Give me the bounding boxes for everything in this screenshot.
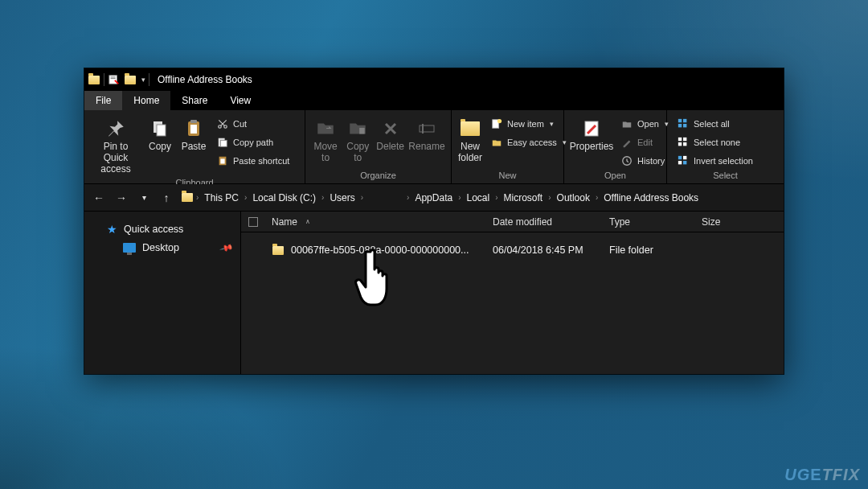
pin-to-quick-access-button[interactable]: Pin to Quick access <box>89 114 142 178</box>
svg-rect-29 <box>678 156 682 159</box>
svg-point-18 <box>497 119 502 123</box>
svg-rect-32 <box>683 161 686 164</box>
folder-icon <box>181 191 194 204</box>
copy-to-icon <box>346 117 369 140</box>
sort-indicator-icon: ∧ <box>305 218 310 225</box>
navigation-pane[interactable]: ★ Quick access Desktop 📌 <box>84 212 241 374</box>
window-title: Offline Address Books <box>158 74 252 85</box>
copy-path-button[interactable]: Copy path <box>213 134 293 150</box>
folder-icon <box>88 73 100 86</box>
crumb-local-disk[interactable]: Local Disk (C:) <box>249 192 319 203</box>
rename-button[interactable]: Rename <box>407 114 446 156</box>
crumb-local[interactable]: Local <box>463 192 493 203</box>
crumb-this-pc[interactable]: This PC <box>201 192 242 203</box>
ribbon: Pin to Quick access Copy Paste Cut Copy … <box>84 110 784 184</box>
file-list: Name∧ Date modified Type Size 00067ffe-b… <box>241 212 784 374</box>
crumb-appdata[interactable]: AppData <box>411 192 456 203</box>
column-type[interactable]: Type <box>603 216 695 228</box>
new-item-icon <box>490 117 503 130</box>
folder-icon <box>272 244 285 257</box>
svg-rect-1 <box>111 77 116 78</box>
edit-icon <box>620 136 633 149</box>
titlebar: ▾ Offline Address Books <box>84 68 784 91</box>
svg-rect-6 <box>190 125 197 134</box>
copy-path-icon <box>216 136 229 149</box>
desktop-icon <box>123 243 136 253</box>
address-bar[interactable]: › This PC› Local Disk (C:)› Users› › App… <box>181 188 777 208</box>
svg-rect-13 <box>220 158 224 163</box>
column-date[interactable]: Date modified <box>486 216 603 228</box>
select-none-button[interactable]: Select none <box>674 134 756 150</box>
star-icon: ★ <box>107 223 117 236</box>
group-label-new: New <box>457 171 559 183</box>
copy-to-button[interactable]: Copy to <box>342 114 373 167</box>
move-to-button[interactable]: Move to <box>310 114 341 167</box>
svg-rect-7 <box>190 120 197 123</box>
easy-access-button[interactable]: Easy access▾ <box>487 134 570 150</box>
paste-shortcut-button[interactable]: Paste shortcut <box>213 153 293 169</box>
select-all-checkbox[interactable] <box>248 217 258 227</box>
crumb-offline-address-books[interactable]: Offline Address Books <box>600 192 702 203</box>
file-date: 06/04/2018 6:45 PM <box>486 244 603 256</box>
qat-newfolder-icon[interactable] <box>124 73 137 86</box>
file-name: 00067ffe-b505-088a-0000-000000000... <box>291 244 469 256</box>
file-type: File folder <box>603 244 695 256</box>
copy-button[interactable]: Copy <box>144 114 176 156</box>
invert-selection-icon <box>677 154 690 167</box>
history-icon <box>620 154 633 167</box>
tab-view[interactable]: View <box>219 91 262 110</box>
history-button[interactable]: History <box>617 153 672 169</box>
ribbon-tabs: File Home Share View <box>84 91 784 110</box>
up-button[interactable]: ↑ <box>158 190 174 206</box>
delete-button[interactable]: Delete <box>375 114 406 156</box>
file-explorer-window: ▾ Offline Address Books File Home Share … <box>84 68 784 374</box>
properties-button[interactable]: Properties <box>569 114 614 156</box>
content-area: ★ Quick access Desktop 📌 Name∧ Date modi… <box>84 212 784 374</box>
cut-button[interactable]: Cut <box>213 116 293 132</box>
svg-rect-24 <box>683 124 686 127</box>
edit-button[interactable]: Edit <box>617 134 672 150</box>
tab-file[interactable]: File <box>84 91 122 110</box>
recent-locations-button[interactable]: ▾ <box>136 190 152 206</box>
select-none-icon <box>677 136 690 149</box>
open-icon <box>620 117 633 130</box>
column-size[interactable]: Size <box>695 216 760 228</box>
svg-rect-15 <box>420 125 434 132</box>
back-button[interactable]: ← <box>91 190 107 206</box>
sidebar-desktop[interactable]: Desktop 📌 <box>84 239 240 257</box>
navigation-bar: ← → ▾ ↑ › This PC› Local Disk (C:)› User… <box>84 184 784 212</box>
forward-button[interactable]: → <box>113 190 129 206</box>
paste-button[interactable]: Paste <box>178 114 210 156</box>
pin-icon <box>104 117 127 140</box>
crumb-microsoft[interactable]: Microsoft <box>501 192 547 203</box>
file-row[interactable]: 00067ffe-b505-088a-0000-000000000... 06/… <box>241 239 784 261</box>
svg-rect-4 <box>157 125 166 136</box>
group-label-organize: Organize <box>310 171 446 183</box>
crumb-users[interactable]: Users <box>326 192 358 203</box>
tab-share[interactable]: Share <box>170 91 219 110</box>
watermark: UGETFIX <box>784 466 860 484</box>
new-folder-button[interactable]: New folder <box>457 114 484 167</box>
column-name[interactable]: Name∧ <box>265 216 486 228</box>
svg-rect-0 <box>109 76 117 84</box>
new-folder-icon <box>459 117 481 140</box>
tab-home[interactable]: Home <box>122 91 170 110</box>
svg-rect-14 <box>359 128 365 134</box>
svg-rect-26 <box>683 138 686 141</box>
properties-icon <box>580 117 603 140</box>
select-all-button[interactable]: Select all <box>674 116 756 132</box>
invert-selection-button[interactable]: Invert selection <box>674 153 756 169</box>
sidebar-quick-access[interactable]: ★ Quick access <box>84 220 240 239</box>
column-headers[interactable]: Name∧ Date modified Type Size <box>241 212 784 232</box>
rename-icon <box>416 117 438 140</box>
copy-icon <box>149 117 171 140</box>
new-item-button[interactable]: New item▾ <box>487 116 570 132</box>
svg-rect-31 <box>678 161 682 164</box>
paste-shortcut-icon <box>216 154 229 167</box>
easy-access-icon <box>490 136 503 149</box>
crumb-outlook[interactable]: Outlook <box>554 192 593 203</box>
open-button[interactable]: Open▾ <box>617 116 672 132</box>
qat-customize-icon[interactable]: ▾ <box>141 76 145 84</box>
group-label-select: Select <box>672 171 779 183</box>
qat-properties-icon[interactable] <box>108 73 121 86</box>
